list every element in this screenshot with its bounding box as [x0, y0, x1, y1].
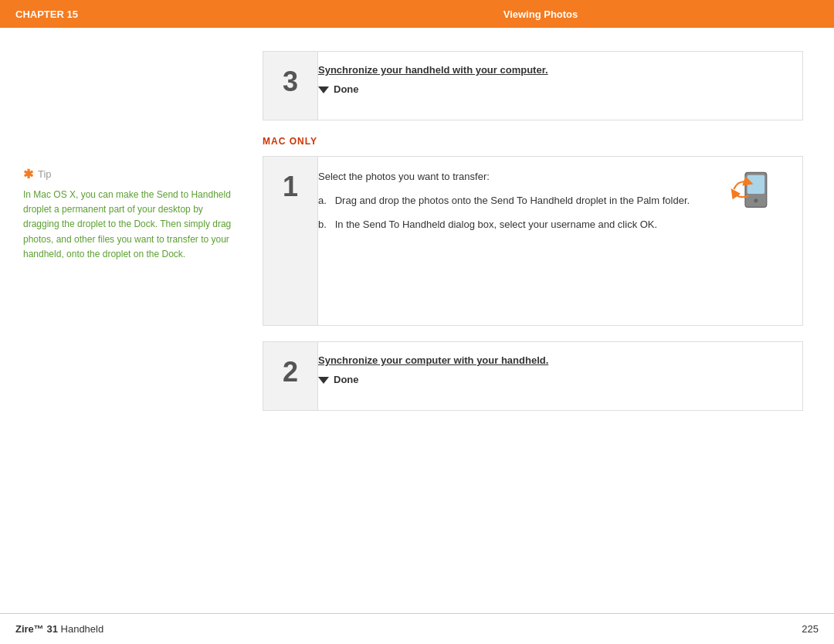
down-arrow-icon — [318, 86, 329, 93]
step-1-box: 1 Select the photos you want to transfer… — [263, 156, 803, 326]
step-3-content: Synchronize your handheld with your comp… — [317, 52, 802, 120]
footer-brand: Zire™ 31 Handheld — [15, 623, 103, 635]
step-1-body: Select the photos you want to transfer: … — [318, 169, 790, 237]
step-1-item-b-label: b. — [318, 219, 332, 230]
main-content: ✱ Tip In Mac OS X, you can make the Send… — [0, 28, 834, 613]
steps-container: 3 Synchronize your handheld with your co… — [263, 43, 834, 613]
step-1-text: Select the photos you want to transfer: … — [318, 169, 720, 237]
step-1-content: Select the photos you want to transfer: … — [317, 157, 802, 325]
step-1-number: 1 — [263, 157, 317, 325]
svg-point-2 — [754, 198, 758, 202]
sidebar: ✱ Tip In Mac OS X, you can make the Send… — [0, 43, 263, 613]
footer-brand-name: Zire™ 31 — [15, 623, 58, 635]
tip-body: In Mac OS X, you can make the Send to Ha… — [23, 188, 239, 262]
tip-asterisk-icon: ✱ — [23, 167, 33, 181]
step-3-number: 3 — [263, 52, 317, 120]
page-header: CHAPTER 15 Viewing Photos — [0, 0, 834, 28]
tip-label: Tip — [38, 168, 52, 180]
mac-only-label: MAC ONLY — [263, 136, 803, 147]
step-3-done-label: Done — [334, 83, 359, 95]
down-arrow-2-icon — [318, 377, 329, 384]
page-footer: Zire™ 31 Handheld 225 — [0, 613, 834, 644]
handheld-device-icon — [728, 169, 790, 223]
step-1-item-a-text: Drag and drop the photos onto the Send T… — [335, 195, 690, 206]
footer-brand-suffix: Handheld — [58, 623, 103, 635]
chapter-label: CHAPTER 15 — [15, 8, 263, 20]
step-1-item-b-text: In the Send To Handheld dialog box, sele… — [335, 219, 657, 230]
step-1-item-a-label: a. — [318, 195, 332, 206]
step-3-title: Synchronize your handheld with your comp… — [318, 64, 790, 76]
step-2-done-label: Done — [334, 374, 359, 385]
step-2-done: Done — [318, 374, 790, 385]
step-1-item-b: b. In the Send To Handheld dialog box, s… — [318, 217, 720, 233]
step-3-done: Done — [318, 83, 790, 95]
chapter-title: Viewing Photos — [263, 8, 819, 20]
step-3-box: 3 Synchronize your handheld with your co… — [263, 51, 803, 120]
footer-page-number: 225 — [802, 623, 819, 635]
step-2-box: 2 Synchronize your computer with your ha… — [263, 341, 803, 411]
svg-rect-1 — [748, 175, 765, 194]
tip-header: ✱ Tip — [23, 167, 239, 181]
step-2-title: Synchronize your computer with your hand… — [318, 354, 790, 366]
step-1-intro: Select the photos you want to transfer: — [318, 169, 720, 185]
step-2-number: 2 — [263, 342, 317, 410]
step-2-content: Synchronize your computer with your hand… — [317, 342, 802, 410]
step-1-item-a: a. Drag and drop the photos onto the Sen… — [318, 193, 720, 209]
